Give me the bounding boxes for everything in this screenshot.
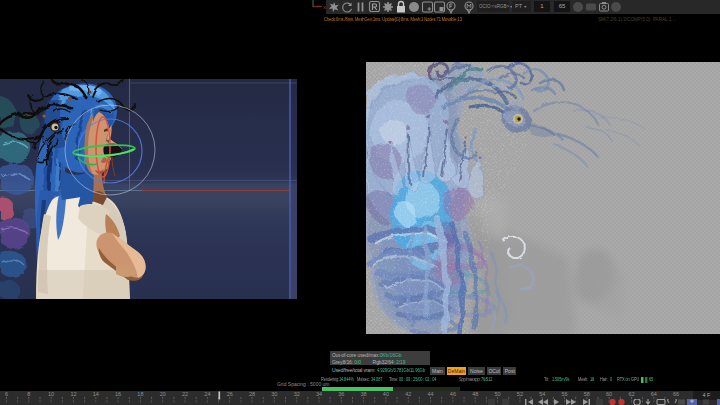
svg-text:62: 62 xyxy=(628,391,634,397)
svg-text:50: 50 xyxy=(494,391,500,397)
svg-text:54: 54 xyxy=(539,391,545,397)
svg-text:56: 56 xyxy=(561,391,567,397)
svg-text:32: 32 xyxy=(294,391,300,397)
svg-text:22: 22 xyxy=(182,391,188,397)
svg-text:38: 38 xyxy=(361,391,367,397)
svg-text:64: 64 xyxy=(651,391,657,397)
svg-text:6: 6 xyxy=(5,391,8,397)
svg-text:52: 52 xyxy=(517,391,523,397)
svg-text:20: 20 xyxy=(160,391,166,397)
svg-text:34: 34 xyxy=(316,391,322,397)
svg-text:58: 58 xyxy=(584,391,590,397)
svg-text:66: 66 xyxy=(673,391,679,397)
svg-text:10: 10 xyxy=(48,391,54,397)
svg-text:44: 44 xyxy=(428,391,434,397)
svg-text:26: 26 xyxy=(227,391,233,397)
svg-text:30: 30 xyxy=(271,391,277,397)
svg-text:48: 48 xyxy=(472,391,478,397)
svg-text:40: 40 xyxy=(383,391,389,397)
svg-text:46: 46 xyxy=(450,391,456,397)
svg-text:42: 42 xyxy=(405,391,411,397)
svg-text:12: 12 xyxy=(70,391,76,397)
svg-text:36: 36 xyxy=(338,391,344,397)
svg-text:60: 60 xyxy=(606,391,612,397)
svg-text:16: 16 xyxy=(115,391,121,397)
svg-text:18: 18 xyxy=(137,391,143,397)
svg-text:24: 24 xyxy=(204,391,210,397)
svg-text:28: 28 xyxy=(249,391,255,397)
svg-text:8: 8 xyxy=(27,391,30,397)
svg-text:14: 14 xyxy=(93,391,99,397)
